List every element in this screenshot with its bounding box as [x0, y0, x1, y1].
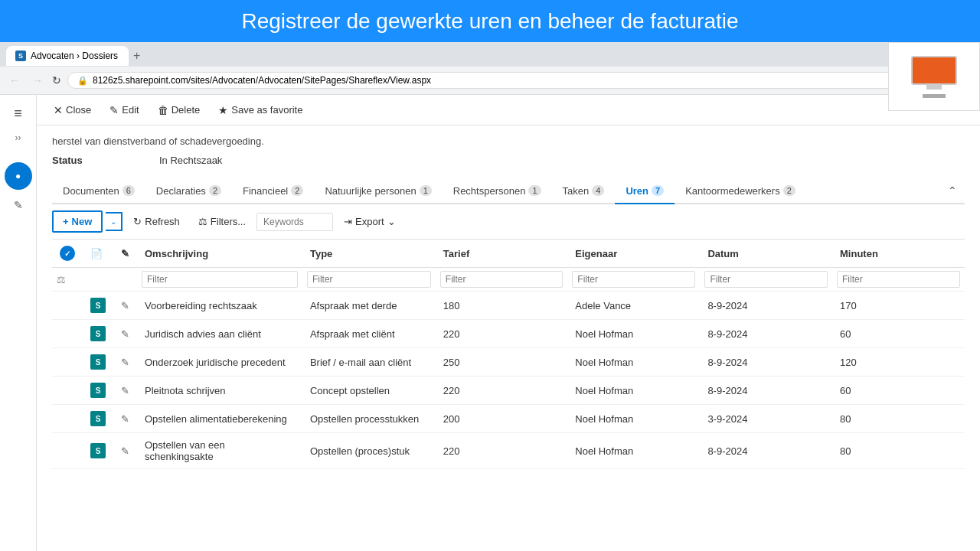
active-nav-icon[interactable]: ● — [5, 162, 32, 190]
cell-minuten: 80 — [832, 405, 965, 433]
filter-omschrijving[interactable] — [142, 271, 298, 288]
filters-button[interactable]: ⚖ Filters... — [191, 212, 253, 231]
tab-kantoormedewerkers[interactable]: Kantoormedewerkers 2 — [675, 178, 806, 204]
table-filter-row: ⚖ — [52, 268, 965, 292]
filter-icon: ⚖ — [198, 216, 207, 227]
cell-eigenaar: Noel Hofman — [567, 320, 700, 348]
browser-tab[interactable]: S Advocaten › Dossiers — [6, 46, 129, 66]
export-button[interactable]: ⇥ Export ⌄ — [336, 212, 403, 231]
expand-nav-button[interactable]: ›› — [6, 129, 31, 147]
col-minuten: Minuten — [832, 240, 965, 268]
left-sidebar: ≡ ›› ● ✎ — [0, 95, 37, 551]
tab-documenten[interactable]: Documenten 6 — [52, 178, 145, 204]
cell-tarief: 250 — [436, 348, 567, 377]
close-icon: ✕ — [54, 104, 63, 116]
tabs-bar: Documenten 6 Declaraties 2 Financieel 2 … — [52, 178, 965, 204]
row-edit-icon[interactable]: ✎ — [121, 445, 129, 457]
row-edit-icon[interactable]: ✎ — [121, 385, 129, 396]
cell-omschrijving: Juridisch advies aan cliënt — [137, 320, 302, 348]
cell-minuten: 60 — [832, 377, 965, 405]
row-edit-icon[interactable]: ✎ — [121, 300, 129, 311]
back-button[interactable]: ← — [6, 73, 23, 88]
main-content: ✕ Close ✎ Edit 🗑 Delete ★ Save as favori… — [37, 95, 980, 551]
edit-button[interactable]: ✎ Edit — [102, 101, 146, 119]
cell-type: Concept opstellen — [302, 377, 436, 405]
new-tab-button[interactable]: + — [129, 47, 145, 64]
cell-minuten: 170 — [832, 292, 965, 320]
refresh-button[interactable]: ↻ Refresh — [126, 212, 188, 231]
cell-datum: 8-9-2024 — [700, 320, 832, 348]
status-value: In Rechtszaak — [159, 155, 222, 166]
col-checkbox: ✓ — [52, 240, 83, 268]
cell-minuten: 60 — [832, 320, 965, 348]
document-icon: 📄 — [90, 248, 103, 259]
cell-type: Afspraak met cliënt — [302, 320, 436, 348]
cell-omschrijving: Opstellen alimentatieberekening — [137, 405, 302, 433]
refresh-icon: ↻ — [133, 216, 142, 227]
cell-type: Opstellen processtukken — [302, 405, 436, 433]
cell-eigenaar: Noel Hofman — [567, 348, 700, 377]
status-label: Status — [52, 155, 159, 166]
new-item-button[interactable]: + New — [52, 210, 103, 233]
command-bar: ✕ Close ✎ Edit 🗑 Delete ★ Save as favori… — [37, 95, 980, 126]
tab-natuurlijke-personen[interactable]: Natuurlijke personen 1 — [314, 178, 442, 204]
browser-address-bar: ← → ↻ 🔒 8126z5.sharepoint.com/sites/Advo… — [0, 67, 980, 94]
url-text: 8126z5.sharepoint.com/sites/Advocaten/Ad… — [93, 75, 431, 86]
tab-declaraties[interactable]: Declaraties 2 — [145, 178, 232, 204]
tab-uren[interactable]: Uren 7 — [615, 178, 675, 204]
uren-table: ✓ 📄 ✎ Omschrijving Type Tarief Eigenaar … — [52, 240, 965, 469]
sharepoint-icon: S — [90, 383, 106, 398]
app-frame: ≡ ›› ● ✎ ✕ Close ✎ Edit 🗑 Delete — [0, 95, 980, 551]
row-edit-icon[interactable]: ✎ — [121, 413, 129, 425]
delete-button[interactable]: 🗑 Delete — [150, 101, 208, 119]
cell-minuten: 80 — [832, 433, 965, 469]
browser-tabs-bar: S Advocaten › Dossiers + — [0, 42, 980, 67]
filter-eigenaar[interactable] — [572, 271, 695, 288]
cell-eigenaar: Noel Hofman — [567, 405, 700, 433]
header-check-icon[interactable]: ✓ — [60, 246, 75, 261]
cell-type: Opstellen (proces)stuk — [302, 433, 436, 469]
browser-refresh-button[interactable]: ↻ — [52, 74, 61, 86]
banner-text: Registreer de gewerkte uren en beheer de… — [241, 9, 738, 34]
forward-button[interactable]: → — [29, 73, 46, 88]
chevron-down-icon: ⌄ — [110, 217, 116, 226]
trash-icon: 🗑 — [158, 104, 168, 116]
tab-collapse-button[interactable]: ⌃ — [940, 178, 965, 203]
row-edit-icon[interactable]: ✎ — [121, 357, 129, 368]
col-datum: Datum — [700, 240, 832, 268]
close-button[interactable]: ✕ Close — [46, 101, 99, 119]
export-icon: ⇥ — [344, 216, 352, 227]
cell-datum: 8-9-2024 — [700, 348, 832, 377]
new-item-chevron-button[interactable]: ⌄ — [106, 212, 122, 231]
sharepoint-icon: S — [90, 326, 106, 341]
keywords-input[interactable] — [256, 213, 333, 231]
sidebar-edit-icon[interactable]: ✎ — [6, 193, 31, 217]
col-eigenaar: Eigenaar — [567, 240, 700, 268]
tab-taken[interactable]: Taken 4 — [552, 178, 616, 204]
description-text: herstel van dienstverband of schadevergo… — [52, 135, 588, 148]
tab-financieel[interactable]: Financieel 2 — [232, 178, 314, 204]
cell-datum: 8-9-2024 — [700, 292, 832, 320]
filter-tarief[interactable] — [440, 271, 563, 288]
address-bar[interactable]: 🔒 8126z5.sharepoint.com/sites/Advocaten/… — [67, 72, 974, 89]
table-header-row: ✓ 📄 ✎ Omschrijving Type Tarief Eigenaar … — [52, 240, 965, 268]
header-edit-icon: ✎ — [121, 248, 129, 259]
waffle-icon[interactable]: ≡ — [6, 101, 31, 126]
save-as-favorite-button[interactable]: ★ Save as favorite — [211, 101, 310, 119]
tab-rechtspersonen[interactable]: Rechtspersonen 1 — [443, 178, 552, 204]
filter-minuten[interactable] — [837, 271, 960, 288]
cell-omschrijving: Onderzoek juridische precedent — [137, 348, 302, 377]
filter-datum[interactable] — [704, 271, 828, 288]
plus-icon: + — [63, 216, 69, 227]
tab-favicon: S — [15, 51, 26, 61]
table-row: S ✎ Voorbereiding rechtszaak Afspraak me… — [52, 292, 965, 320]
sharepoint-icon: S — [90, 354, 106, 370]
cell-datum: 8-9-2024 — [700, 433, 832, 469]
list-toolbar: + New ⌄ ↻ Refresh ⚖ Filters... ⇥ Export — [52, 204, 965, 240]
cell-eigenaar: Noel Hofman — [567, 377, 700, 405]
row-edit-icon[interactable]: ✎ — [121, 328, 129, 340]
lock-icon: 🔒 — [77, 76, 88, 86]
cell-datum: 3-9-2024 — [700, 405, 832, 433]
col-omschrijving: Omschrijving — [137, 240, 302, 268]
filter-type[interactable] — [307, 271, 431, 288]
